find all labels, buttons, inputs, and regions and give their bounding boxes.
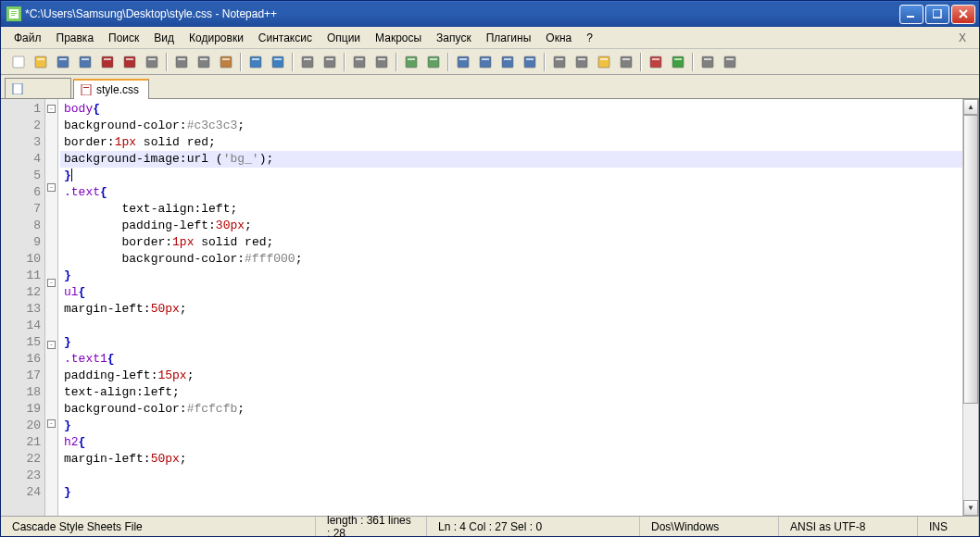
svg-rect-37 — [354, 56, 365, 68]
svg-rect-52 — [526, 58, 534, 60]
minimize-button[interactable] — [899, 5, 923, 24]
svg-rect-17 — [102, 56, 113, 68]
paste-icon[interactable] — [216, 52, 236, 72]
svg-rect-68 — [726, 58, 734, 60]
svg-rect-67 — [724, 56, 735, 68]
tab-blank[interactable] — [5, 78, 71, 98]
close-all-icon[interactable] — [119, 52, 140, 72]
tab-active[interactable]: style.css — [73, 79, 149, 99]
svg-rect-35 — [324, 56, 335, 68]
svg-rect-45 — [458, 56, 469, 68]
svg-rect-28 — [222, 58, 230, 60]
toolbar-separator — [240, 53, 242, 71]
scroll-track[interactable] — [963, 115, 978, 500]
maximize-button[interactable] — [925, 5, 949, 24]
undo-icon[interactable] — [245, 52, 266, 72]
svg-rect-48 — [482, 58, 489, 60]
plugin2-icon[interactable] — [720, 52, 740, 72]
titlebar[interactable]: *C:\Users\Samsung\Desktop\style.css - No… — [1, 1, 979, 27]
svg-rect-57 — [598, 56, 609, 68]
svg-rect-29 — [250, 56, 261, 68]
svg-rect-11 — [35, 56, 46, 68]
func-list-icon[interactable] — [572, 52, 592, 72]
svg-rect-47 — [480, 56, 491, 68]
status-filetype: Cascade Style Sheets File — [1, 517, 316, 536]
open-icon[interactable] — [31, 52, 51, 72]
cut-icon[interactable] — [171, 52, 192, 72]
menu-windows[interactable]: Окна — [538, 30, 579, 46]
tab-label: style.css — [96, 83, 139, 96]
svg-rect-65 — [702, 56, 713, 68]
code-area[interactable]: body{background-color:#c3c3c3;border:1px… — [58, 99, 962, 516]
close-button[interactable] — [951, 5, 975, 24]
copy-icon[interactable] — [194, 52, 214, 72]
replace-icon[interactable] — [320, 52, 340, 72]
doc-map-icon[interactable] — [549, 52, 570, 72]
svg-rect-56 — [578, 58, 585, 60]
vertical-scrollbar[interactable]: ▲ ▼ — [962, 99, 978, 516]
menu-help[interactable]: ? — [579, 30, 600, 46]
svg-rect-25 — [198, 56, 209, 68]
svg-rect-49 — [502, 56, 513, 68]
fold-column[interactable]: ----- — [45, 99, 58, 516]
menu-search[interactable]: Поиск — [101, 30, 146, 46]
toolbar-separator — [344, 53, 346, 71]
find-icon[interactable] — [297, 52, 318, 72]
svg-rect-44 — [430, 58, 437, 60]
svg-rect-5 — [907, 16, 914, 18]
menu-run[interactable]: Запуск — [429, 30, 479, 46]
play-icon[interactable] — [668, 52, 688, 72]
redo-icon[interactable] — [268, 52, 288, 72]
app-window: *C:\Users\Samsung\Desktop\style.css - No… — [0, 0, 980, 537]
new-file-icon[interactable] — [8, 52, 29, 72]
indent-guide-icon[interactable] — [497, 52, 518, 72]
svg-rect-4 — [11, 15, 15, 16]
svg-rect-71 — [83, 87, 89, 88]
zoom-in-icon[interactable] — [349, 52, 370, 72]
svg-rect-2 — [11, 11, 17, 12]
menu-macros[interactable]: Макросы — [368, 30, 429, 46]
svg-rect-24 — [178, 58, 185, 60]
status-length: length : 361 lines : 28 — [316, 517, 427, 536]
svg-rect-33 — [302, 56, 313, 68]
menu-view[interactable]: Вид — [146, 30, 182, 46]
plugin1-icon[interactable] — [697, 52, 718, 72]
file-icon — [11, 82, 24, 95]
svg-rect-59 — [621, 56, 632, 68]
menu-syntax[interactable]: Синтаксис — [251, 30, 320, 46]
svg-rect-42 — [408, 58, 415, 60]
svg-rect-18 — [104, 58, 111, 60]
sync-v-icon[interactable] — [401, 52, 421, 72]
save-all-icon[interactable] — [75, 52, 95, 72]
svg-rect-50 — [504, 58, 511, 60]
menu-options[interactable]: Опции — [320, 30, 368, 46]
menu-encoding[interactable]: Кодировки — [182, 30, 251, 46]
menu-file[interactable]: Файл — [6, 30, 49, 46]
wrap-icon[interactable] — [453, 52, 473, 72]
scroll-thumb[interactable] — [963, 115, 978, 404]
save-icon[interactable] — [53, 52, 73, 72]
show-all-icon[interactable] — [475, 52, 496, 72]
status-insert-mode: INS — [918, 517, 979, 536]
sync-h-icon[interactable] — [423, 52, 444, 72]
user-lang-icon[interactable] — [520, 52, 540, 72]
svg-rect-27 — [220, 56, 232, 68]
record-icon[interactable] — [646, 52, 666, 72]
svg-rect-63 — [672, 56, 684, 68]
scroll-down-icon[interactable]: ▼ — [963, 500, 978, 516]
svg-rect-53 — [554, 56, 565, 68]
svg-rect-23 — [176, 56, 187, 68]
menu-plugins[interactable]: Плагины — [479, 30, 539, 46]
mdi-close[interactable]: X — [951, 30, 974, 46]
scroll-up-icon[interactable]: ▲ — [963, 99, 978, 115]
folder-icon[interactable] — [594, 52, 614, 72]
monitor-icon[interactable] — [616, 52, 636, 72]
zoom-out-icon[interactable] — [371, 52, 392, 72]
svg-rect-39 — [376, 56, 387, 68]
svg-rect-60 — [622, 58, 630, 60]
menu-edit[interactable]: Правка — [49, 30, 102, 46]
menubar: Файл Правка Поиск Вид Кодировки Синтакси… — [1, 27, 979, 49]
close-icon[interactable] — [97, 52, 118, 72]
print-icon[interactable] — [142, 52, 162, 72]
svg-rect-40 — [378, 58, 385, 60]
